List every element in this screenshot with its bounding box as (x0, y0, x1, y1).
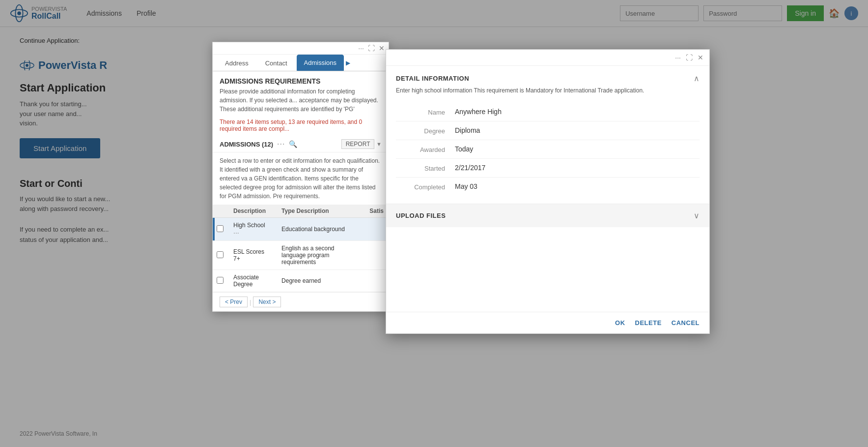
admissions-expand-icon[interactable]: ⛶ (368, 44, 375, 52)
admissions-warning: There are 14 items setup, 13 are require… (213, 119, 389, 136)
admissions-count: ADMISSIONS (12) (220, 141, 273, 148)
row-description-3: Associate Degree (228, 270, 277, 292)
detail-field-degree: Degree Diploma (396, 121, 700, 140)
row-satis-3 (364, 270, 389, 292)
field-label-awarded: Awarded (396, 145, 455, 153)
admissions-dots-icon[interactable]: ··· (358, 44, 364, 52)
tab-contact[interactable]: Contact (258, 55, 295, 71)
detail-modal-body: DETAIL INFORMATION ∧ Enter high school i… (386, 66, 709, 312)
detail-modal: ··· ⛶ ✕ DETAIL INFORMATION ∧ Enter high … (386, 49, 710, 334)
row-checkbox-2[interactable] (217, 251, 224, 258)
admissions-section-title: ADMISSIONS REQUIREMENTS (213, 71, 389, 87)
row-type-2: English as a second language program req… (277, 241, 364, 270)
cancel-button[interactable]: CANCEL (672, 319, 700, 327)
field-label-completed: Completed (396, 182, 455, 191)
admissions-toolbar: ADMISSIONS (12) ··· 🔍 REPORT ▼ (213, 136, 389, 152)
field-value-degree: Diploma (455, 126, 480, 134)
delete-button[interactable]: DELETE (635, 319, 662, 327)
row-description-1: High School ··· (228, 218, 277, 241)
table-row[interactable]: ESL Scores 7+ English as a second langua… (213, 241, 389, 270)
admissions-footer: < Prev | Next > (213, 292, 389, 311)
upload-section-title: UPLOAD FILES (396, 212, 446, 219)
tab-admissions[interactable]: Admissions (297, 55, 344, 71)
detail-expand-icon[interactable]: ⛶ (686, 54, 693, 61)
detail-modal-footer: OK DELETE CANCEL (386, 312, 709, 333)
row-dots-icon[interactable]: ··· (233, 229, 239, 237)
detail-dots-icon[interactable]: ··· (675, 54, 681, 61)
detail-collapse-icon[interactable]: ∧ (694, 74, 700, 83)
detail-fields: Name Anywhere High Degree Diploma Awarde… (396, 103, 700, 196)
field-value-name: Anywhere High (455, 108, 502, 116)
col-description: Description (228, 205, 277, 218)
ok-button[interactable]: OK (615, 319, 625, 327)
field-value-completed: May 03 (455, 182, 477, 190)
detail-close-icon[interactable]: ✕ (698, 54, 703, 61)
admissions-table: Description Type Description Satis High … (213, 205, 389, 292)
upload-files-section: UPLOAD FILES ∨ (386, 204, 709, 227)
admissions-tabs: Address Contact Admissions ▶ (213, 55, 389, 71)
detail-section-header[interactable]: DETAIL INFORMATION ∧ (396, 74, 700, 83)
footer-separator: | (250, 298, 251, 306)
detail-field-awarded: Awarded Today (396, 140, 700, 159)
admissions-section-text: Please provide additional information fo… (213, 87, 389, 119)
admissions-modal-header: ··· ⛶ ✕ (213, 42, 389, 55)
table-row[interactable]: Associate Degree Degree earned (213, 270, 389, 292)
admissions-select-text: Select a row to enter or edit informatio… (213, 152, 389, 205)
row-satis-1 (364, 218, 389, 241)
tab-arrow-icon: ▶ (346, 60, 350, 66)
admissions-close-icon[interactable]: ✕ (379, 44, 385, 52)
row-type-1: Educational background (277, 218, 364, 241)
table-row[interactable]: High School ··· Educational background (213, 218, 389, 241)
upload-expand-icon[interactable]: ∨ (694, 211, 700, 220)
row-checkbox-3[interactable] (217, 277, 224, 284)
field-label-name: Name (396, 108, 455, 116)
prev-button[interactable]: < Prev (220, 297, 248, 307)
detail-field-completed: Completed May 03 (396, 178, 700, 196)
toolbar-search-icon[interactable]: 🔍 (289, 140, 297, 148)
field-label-degree: Degree (396, 126, 455, 135)
col-satis: Satis (364, 205, 389, 218)
upload-section-header[interactable]: UPLOAD FILES ∨ (386, 204, 709, 227)
row-type-3: Degree earned (277, 270, 364, 292)
field-label-started: Started (396, 164, 455, 172)
detail-field-started: Started 2/21/2017 (396, 159, 700, 178)
field-value-started: 2/21/2017 (455, 164, 485, 172)
row-satis-2 (364, 241, 389, 270)
tab-address[interactable]: Address (218, 55, 256, 71)
row-checkbox-1[interactable] (217, 225, 224, 232)
detail-modal-header: ··· ⛶ ✕ (386, 50, 709, 66)
row-description-2: ESL Scores 7+ (228, 241, 277, 270)
report-button[interactable]: REPORT (341, 139, 375, 149)
admissions-modal: ··· ⛶ ✕ Address Contact Admissions ▶ ADM… (212, 42, 389, 312)
detail-section-subtitle: Enter high school information This requi… (396, 86, 700, 95)
next-button[interactable]: Next > (253, 297, 281, 307)
field-value-awarded: Today (455, 145, 473, 153)
toolbar-dots-icon[interactable]: ··· (277, 140, 285, 149)
selected-bar (213, 218, 215, 240)
detail-field-name: Name Anywhere High (396, 103, 700, 121)
col-checkbox (213, 205, 228, 218)
col-type: Type Description (277, 205, 364, 218)
detail-info-section: DETAIL INFORMATION ∧ Enter high school i… (386, 66, 709, 204)
detail-section-title: DETAIL INFORMATION (396, 75, 469, 82)
